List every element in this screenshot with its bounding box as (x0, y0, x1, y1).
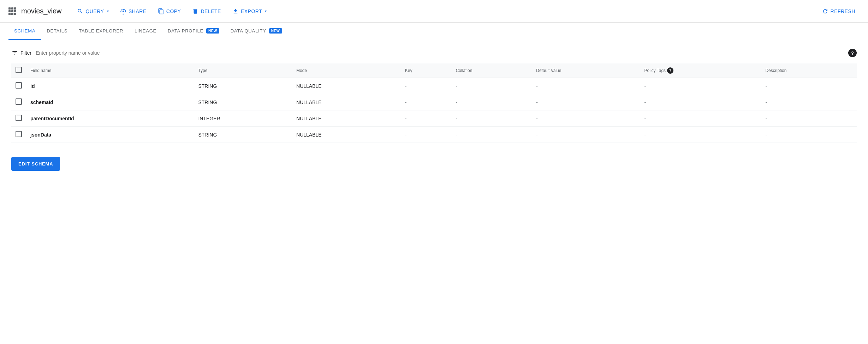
field-collation-schemaid: - (452, 94, 532, 110)
schema-table: Field name Type Mode Key Collation Defau… (11, 63, 857, 143)
field-mode-parentdocid: NULLABLE (292, 110, 401, 127)
field-policy-parentdocid: - (640, 110, 761, 127)
share-icon (120, 8, 126, 14)
tabs-bar: SCHEMA DETAILS TABLE EXPLORER LINEAGE DA… (0, 23, 868, 40)
field-type-parentdocid: INTEGER (194, 110, 292, 127)
row-checkbox[interactable] (16, 98, 22, 105)
row-checkbox[interactable] (16, 115, 22, 121)
field-key-parentdocid: - (401, 110, 452, 127)
share-label: SHARE (129, 8, 147, 14)
row-checkbox-cell (11, 78, 26, 94)
header-type: Type (194, 63, 292, 78)
query-icon (77, 8, 83, 14)
delete-icon (192, 8, 198, 14)
field-name-id: id (26, 78, 194, 94)
field-desc-id: - (761, 78, 857, 94)
filter-bar: Filter ? (11, 49, 857, 57)
field-type-id: STRING (194, 78, 292, 94)
header-description: Description (761, 63, 857, 78)
field-key-jsondata: - (401, 127, 452, 143)
grid-icon[interactable] (8, 7, 16, 15)
edit-schema-button[interactable]: EDIT SCHEMA (11, 157, 60, 171)
field-default-parentdocid: - (532, 110, 640, 127)
field-policy-jsondata: - (640, 127, 761, 143)
field-policy-id: - (640, 78, 761, 94)
tab-details[interactable]: DETAILS (41, 23, 73, 40)
filter-label-wrap: Filter (11, 49, 31, 56)
header-collation: Collation (452, 63, 532, 78)
field-default-jsondata: - (532, 127, 640, 143)
filter-icon (11, 49, 18, 56)
table-row: id STRING NULLABLE - - - - - (11, 78, 857, 94)
field-desc-parentdocid: - (761, 110, 857, 127)
field-desc-schemaid: - (761, 94, 857, 110)
table-row: parentDocumentId INTEGER NULLABLE - - - … (11, 110, 857, 127)
field-key-id: - (401, 78, 452, 94)
data-profile-badge: NEW (206, 28, 219, 34)
data-quality-badge: NEW (269, 28, 282, 34)
field-type-schemaid: STRING (194, 94, 292, 110)
query-dropdown-arrow: ▾ (107, 9, 109, 13)
filter-label: Filter (20, 50, 31, 56)
delete-button[interactable]: DELETE (188, 5, 225, 17)
field-name-parentdocid: parentDocumentId (26, 110, 194, 127)
page-title: movies_view (21, 7, 61, 15)
header-checkbox-cell (11, 63, 26, 78)
export-dropdown-arrow: ▾ (265, 9, 267, 13)
policy-tags-help-icon[interactable]: ? (667, 67, 673, 74)
filter-input[interactable] (36, 50, 844, 56)
refresh-label: REFRESH (831, 8, 855, 14)
table-row: jsonData STRING NULLABLE - - - - - (11, 127, 857, 143)
field-type-jsondata: STRING (194, 127, 292, 143)
content-area: Filter ? Field name Type Mode Key Collat… (0, 40, 868, 179)
field-desc-jsondata: - (761, 127, 857, 143)
copy-icon (158, 8, 164, 14)
tab-table-explorer[interactable]: TABLE EXPLORER (73, 23, 129, 40)
export-button[interactable]: EXPORT ▾ (228, 5, 271, 17)
copy-button[interactable]: COPY (154, 5, 185, 17)
tab-data-quality-label: DATA QUALITY (231, 28, 266, 34)
tab-details-label: DETAILS (47, 28, 67, 34)
copy-label: COPY (166, 8, 181, 14)
header-policy-tags: Policy Tags ? (640, 63, 761, 78)
row-checkbox[interactable] (16, 82, 22, 89)
toolbar: movies_view QUERY ▾ SHARE COPY DELETE EX… (0, 0, 868, 23)
header-checkbox[interactable] (16, 67, 22, 73)
field-default-id: - (532, 78, 640, 94)
help-icon[interactable]: ? (848, 49, 857, 57)
refresh-icon (822, 8, 828, 14)
tab-schema-label: SCHEMA (14, 28, 35, 34)
app-title-area: movies_view (8, 7, 61, 15)
field-default-schemaid: - (532, 94, 640, 110)
row-checkbox[interactable] (16, 131, 22, 137)
export-icon (232, 8, 239, 14)
field-collation-id: - (452, 78, 532, 94)
tab-table-explorer-label: TABLE EXPLORER (79, 28, 123, 34)
share-button[interactable]: SHARE (116, 5, 151, 17)
tab-data-profile-label: DATA PROFILE (168, 28, 203, 34)
field-name-jsondata: jsonData (26, 127, 194, 143)
tab-schema[interactable]: SCHEMA (8, 23, 41, 40)
field-mode-schemaid: NULLABLE (292, 94, 401, 110)
table-row: schemaId STRING NULLABLE - - - - - (11, 94, 857, 110)
tab-data-profile[interactable]: DATA PROFILE NEW (162, 23, 225, 40)
field-name-schemaid: schemaId (26, 94, 194, 110)
query-button[interactable]: QUERY ▾ (73, 5, 113, 17)
refresh-button[interactable]: REFRESH (818, 5, 860, 17)
header-mode: Mode (292, 63, 401, 78)
export-label: EXPORT (241, 8, 262, 14)
tab-lineage[interactable]: LINEAGE (129, 23, 162, 40)
row-checkbox-cell (11, 110, 26, 127)
header-default-value: Default Value (532, 63, 640, 78)
delete-label: DELETE (201, 8, 221, 14)
field-mode-id: NULLABLE (292, 78, 401, 94)
tab-data-quality[interactable]: DATA QUALITY NEW (225, 23, 288, 40)
header-field-name: Field name (26, 63, 194, 78)
tab-lineage-label: LINEAGE (135, 28, 156, 34)
header-key: Key (401, 63, 452, 78)
table-header-row: Field name Type Mode Key Collation Defau… (11, 63, 857, 78)
query-label: QUERY (85, 8, 104, 14)
field-collation-jsondata: - (452, 127, 532, 143)
field-policy-schemaid: - (640, 94, 761, 110)
field-collation-parentdocid: - (452, 110, 532, 127)
